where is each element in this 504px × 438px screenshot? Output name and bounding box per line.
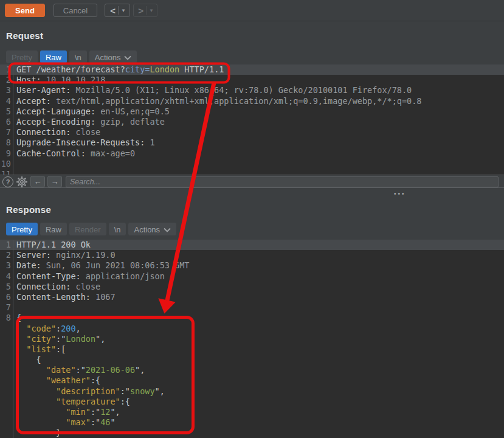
line-content: HTTP/1.1 200 Ok [13, 240, 91, 250]
editor-line[interactable]: 8{ [0, 313, 504, 323]
editor-line[interactable]: "temperature":{ [0, 397, 504, 407]
editor-line[interactable]: "weather":{ [0, 375, 504, 386]
editor-line[interactable]: "date":"2021-06-06", [0, 365, 504, 375]
line-number [0, 417, 13, 428]
line-number [0, 397, 13, 407]
line-number [0, 407, 13, 417]
top-toolbar: Send Cancel < ▼ > ▼ [0, 0, 504, 21]
editor-line[interactable]: 2Server: nginx/1.19.0 [0, 250, 504, 260]
line-content: Date: Sun, 06 Jun 2021 08:06:53 GMT [13, 260, 189, 271]
line-number [0, 344, 13, 355]
line-number: 11 [0, 169, 13, 175]
tab-request-raw[interactable]: Raw [40, 50, 67, 63]
line-content: "list":[ [13, 344, 66, 355]
forward-dropdown-icon[interactable]: ▼ [147, 8, 157, 13]
splitter-handle-icon[interactable]: ••• [394, 190, 406, 197]
editor-line[interactable]: 5Connection: close [0, 282, 504, 292]
editor-line[interactable]: "list":[ [0, 344, 504, 355]
history-back-button[interactable]: < ▼ [105, 4, 130, 17]
line-content: "max":"46" [13, 417, 116, 428]
editor-line[interactable]: "code":200, [0, 324, 504, 334]
line-number [0, 324, 13, 334]
search-input[interactable] [66, 176, 499, 187]
line-number: 3 [0, 260, 13, 271]
line-content: { [13, 313, 21, 323]
editor-line[interactable]: 3User-Agent: Mozilla/5.0 (X11; Linux x86… [0, 85, 504, 96]
tab-response-pretty[interactable]: Pretty [6, 223, 38, 235]
response-editor[interactable]: 1HTTP/1.1 200 Ok2Server: nginx/1.19.03Da… [0, 240, 504, 438]
line-number: 1 [0, 240, 13, 250]
tab-request-pretty[interactable]: Pretty [6, 50, 38, 63]
tab-request-n[interactable]: \n [69, 50, 87, 63]
line-content: Content-Length: 1067 [13, 292, 116, 302]
settings-gear-icon[interactable] [16, 176, 28, 188]
response-title: Response [6, 204, 51, 215]
editor-line[interactable]: "description":"snowy", [0, 386, 504, 397]
search-previous-button[interactable]: ← [30, 176, 45, 187]
search-next-button[interactable]: → [47, 176, 62, 187]
editor-line[interactable]: 3Date: Sun, 06 Jun 2021 08:06:53 GMT [0, 260, 504, 271]
line-content: Server: nginx/1.19.0 [13, 250, 116, 260]
editor-line[interactable]: 1GET /weather/forecast?city=London HTTP/… [0, 64, 504, 75]
send-button[interactable]: Send [5, 4, 45, 17]
tab-response-actions[interactable]: Actions [128, 223, 176, 235]
help-icon[interactable]: ? [2, 176, 13, 187]
line-number: 6 [0, 292, 13, 302]
editor-line[interactable]: 10 [0, 159, 504, 169]
request-editor[interactable]: 1GET /weather/forecast?city=London HTTP/… [0, 64, 504, 175]
line-number: 5 [0, 282, 13, 292]
forward-arrow-icon: > [134, 5, 146, 16]
request-title: Request [6, 30, 43, 41]
tab-request-actions[interactable]: Actions [89, 50, 137, 63]
line-number: 10 [0, 159, 13, 169]
search-bar: ? ← → [0, 175, 504, 188]
line-content: "temperature":{ [13, 397, 130, 407]
line-number [0, 386, 13, 397]
line-content: GET /weather/forecast?city=London HTTP/1… [13, 64, 224, 75]
editor-line[interactable]: "max":"46" [0, 417, 504, 428]
line-content [13, 169, 16, 175]
tab-response-n[interactable]: \n [109, 223, 126, 235]
editor-line[interactable]: "city":"London", [0, 334, 504, 344]
editor-line[interactable]: 7Connection: close [0, 127, 504, 137]
line-number [0, 428, 13, 438]
line-number: 3 [0, 85, 13, 96]
line-content: "description":"snowy", [13, 386, 165, 397]
editor-line[interactable]: "min":"12", [0, 407, 504, 417]
history-forward-button[interactable]: > ▼ [133, 4, 157, 17]
tab-response-raw[interactable]: Raw [40, 223, 67, 235]
editor-line[interactable]: { [0, 355, 504, 365]
back-arrow-icon: < [106, 5, 118, 16]
editor-line[interactable]: 5Accept-Language: en-US,en;q=0.5 [0, 106, 504, 117]
editor-line[interactable]: 9Cache-Control: max-age=0 [0, 148, 504, 159]
response-tabs: PrettyRawRender\nActions [6, 223, 176, 236]
editor-line[interactable]: 11 [0, 169, 504, 175]
editor-line[interactable]: } [0, 428, 504, 438]
back-dropdown-icon[interactable]: ▼ [119, 8, 129, 13]
editor-line[interactable]: 1HTTP/1.1 200 Ok [0, 240, 504, 250]
line-content: Accept: text/html,application/xhtml+xml,… [13, 96, 421, 106]
tab-label: Pretty [12, 53, 32, 62]
editor-line[interactable]: 6Accept-Encoding: gzip, deflate [0, 117, 504, 127]
line-content: { [13, 355, 41, 365]
line-number: 1 [0, 64, 13, 75]
line-number: 7 [0, 127, 13, 137]
tab-response-render[interactable]: Render [69, 223, 106, 235]
editor-line[interactable]: 4Content-Type: application/json [0, 271, 504, 282]
request-tabs: PrettyRaw\nActions [6, 50, 137, 64]
editor-line[interactable]: 7 [0, 302, 504, 313]
panel-splitter[interactable]: ••• [0, 187, 504, 203]
editor-line[interactable]: 4Accept: text/html,application/xhtml+xml… [0, 96, 504, 106]
editor-line[interactable]: 6Content-Length: 1067 [0, 292, 504, 302]
line-number: 4 [0, 271, 13, 282]
editor-line[interactable]: 2Host: 10.10.10.218 [0, 75, 504, 85]
tab-label: Render [75, 225, 101, 234]
editor-line[interactable]: 8Upgrade-Insecure-Requests: 1 [0, 137, 504, 148]
line-content: Accept-Language: en-US,en;q=0.5 [13, 106, 170, 117]
tab-label: Actions [95, 53, 121, 62]
cancel-button[interactable]: Cancel [54, 4, 97, 17]
line-number: 2 [0, 250, 13, 260]
tab-label: \n [75, 53, 81, 62]
line-number: 7 [0, 302, 13, 313]
tab-label: \n [114, 225, 121, 234]
